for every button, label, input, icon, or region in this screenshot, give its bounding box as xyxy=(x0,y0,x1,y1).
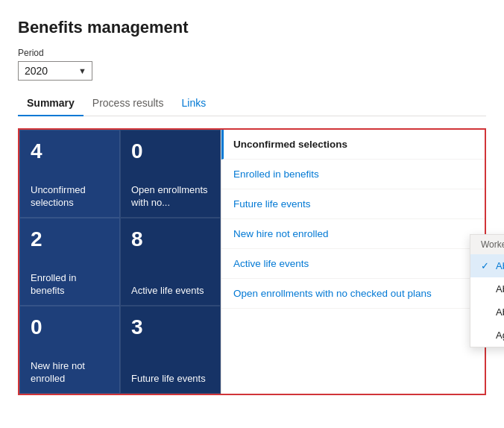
tile-unconfirmed-selections[interactable]: 4 Unconfirmed selections xyxy=(19,130,120,218)
period-select-wrapper: 2020 2019 2021 ▼ xyxy=(18,61,92,81)
tabs-bar: Summary Process results Links xyxy=(18,91,486,116)
tile-label-0: Unconfirmed selections xyxy=(31,184,109,210)
tile-label-2: Enrolled in benefits xyxy=(31,272,109,298)
worker-dropdown: Worker ✓ Abraham Apodaca Abraham Apodaca… xyxy=(470,234,504,347)
tile-label-5: Future life events xyxy=(131,373,210,385)
period-select[interactable]: 2020 2019 2021 xyxy=(18,61,92,81)
tile-active-life-events[interactable]: 8 Active life events xyxy=(120,218,221,306)
empty-checkmark-1 xyxy=(481,283,491,295)
page-title: Benefits management xyxy=(18,18,486,37)
tab-summary[interactable]: Summary xyxy=(18,91,84,116)
page-container: Benefits management Period 2020 2019 202… xyxy=(0,0,504,428)
tile-number-0: 4 xyxy=(31,141,109,162)
empty-checkmark-2 xyxy=(481,306,491,318)
worker-name-3: Agustina Fierro xyxy=(496,330,504,341)
tile-number-4: 0 xyxy=(31,317,109,338)
tab-links[interactable]: Links xyxy=(173,91,215,116)
filter-open-enrollments[interactable]: Open enrollments with no checked out pla… xyxy=(221,279,485,309)
tile-number-1: 0 xyxy=(131,141,210,162)
tile-label-1: Open enrollments with no... xyxy=(131,184,210,210)
checkmark-icon: ✓ xyxy=(481,260,491,271)
tile-number-5: 3 xyxy=(131,317,210,338)
tile-label-4: New hire not enrolled xyxy=(31,360,109,385)
worker-dropdown-item-3[interactable]: Agustina Fierro xyxy=(470,324,504,347)
tile-new-hire[interactable]: 0 New hire not enrolled xyxy=(19,306,120,394)
filter-new-hire-not-enrolled[interactable]: New hire not enrolled xyxy=(221,219,485,249)
worker-name-2: Abraham Apodaca xyxy=(496,306,504,318)
worker-name-1: Abraham Apodaca xyxy=(496,283,504,295)
worker-dropdown-item-0[interactable]: ✓ Abraham Apodaca xyxy=(470,254,504,277)
tiles-grid: 4 Unconfirmed selections 0 Open enrollme… xyxy=(19,130,221,394)
summary-container: 4 Unconfirmed selections 0 Open enrollme… xyxy=(18,128,486,395)
tab-process-results[interactable]: Process results xyxy=(84,91,173,116)
tile-number-2: 2 xyxy=(31,229,109,250)
tile-label-3: Active life events xyxy=(131,285,210,298)
worker-dropdown-item-2[interactable]: Abraham Apodaca xyxy=(470,300,504,324)
tile-enrolled-benefits[interactable]: 2 Enrolled in benefits xyxy=(19,218,120,306)
tile-open-enrollments[interactable]: 0 Open enrollments with no... xyxy=(120,130,221,218)
right-panel: Unconfirmed selections Enrolled in benef… xyxy=(221,130,485,394)
worker-dropdown-item-1[interactable]: Abraham Apodaca xyxy=(470,277,504,300)
tile-number-3: 8 xyxy=(131,229,210,250)
filter-enrolled-benefits[interactable]: Enrolled in benefits xyxy=(221,160,485,189)
tile-future-life-events[interactable]: 3 Future life events xyxy=(120,306,221,394)
filter-future-life-events[interactable]: Future life events xyxy=(221,189,485,219)
filter-unconfirmed-selections[interactable]: Unconfirmed selections xyxy=(221,130,485,160)
period-label: Period xyxy=(18,48,486,58)
filter-active-life-events[interactable]: Active life events xyxy=(221,249,485,279)
empty-checkmark-3 xyxy=(481,330,491,341)
worker-dropdown-header: Worker xyxy=(470,235,504,254)
worker-name-0: Abraham Apodaca xyxy=(496,260,504,271)
